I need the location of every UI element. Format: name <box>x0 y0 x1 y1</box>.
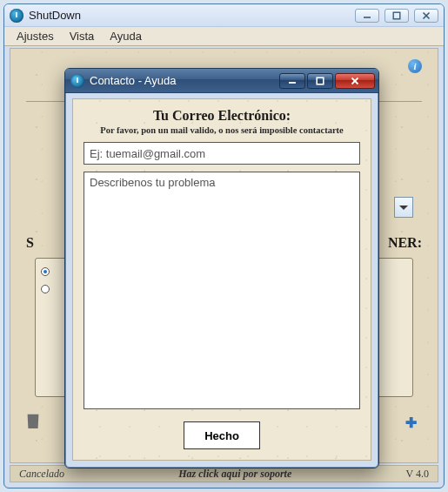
dialog-title: Contacto - Ayuda <box>90 74 177 87</box>
menu-vista[interactable]: Vista <box>63 28 102 44</box>
problem-textarea[interactable] <box>84 172 360 409</box>
main-titlebar[interactable]: ShutDown <box>4 4 444 27</box>
dialog-window-buttons <box>277 73 375 89</box>
dialog-close-button[interactable] <box>335 73 375 89</box>
dialog-minimize-button[interactable] <box>279 73 305 89</box>
dialog-titlebar[interactable]: Contacto - Ayuda <box>65 69 378 93</box>
trash-icon[interactable] <box>26 413 40 428</box>
dialog-maximize-button[interactable] <box>307 73 333 89</box>
info-icon[interactable]: i <box>408 59 422 73</box>
section-heading-left: S <box>26 236 43 250</box>
contact-dialog: Contacto - Ayuda Tu Correo Electrónico: … <box>64 68 379 468</box>
svg-rect-1 <box>393 12 400 19</box>
svg-rect-5 <box>317 78 324 84</box>
radio-option-1[interactable] <box>41 267 50 276</box>
status-version: V 4.0 <box>406 468 438 481</box>
email-field[interactable] <box>84 142 360 165</box>
radio-option-2[interactable] <box>41 285 50 293</box>
plus-icon[interactable]: ✚ <box>405 414 417 431</box>
maximize-button[interactable] <box>384 9 409 23</box>
minimize-button[interactable] <box>355 9 379 23</box>
dialog-subheading: Por favor, pon un mail valido, o nos ser… <box>84 125 360 135</box>
dropdown-toggle[interactable] <box>394 197 413 218</box>
window-buttons <box>355 9 438 23</box>
status-left: Cancelado <box>10 468 64 481</box>
menu-ajustes[interactable]: Ajustes <box>10 28 61 44</box>
app-icon <box>10 9 23 23</box>
dialog-body: Tu Correo Electrónico: Por favor, pon un… <box>72 98 371 461</box>
section-heading-right: NER: <box>388 236 422 250</box>
done-button[interactable]: Hecho <box>184 421 260 449</box>
main-title: ShutDown <box>29 9 81 22</box>
close-button[interactable] <box>414 9 438 23</box>
menu-ayuda[interactable]: Ayuda <box>103 28 149 44</box>
dialog-button-row: Hecho <box>84 421 360 449</box>
dialog-heading: Tu Correo Electrónico: <box>84 108 360 124</box>
status-support-link[interactable]: Haz click aqui por soporte <box>64 468 406 481</box>
dialog-app-icon <box>70 74 84 88</box>
menubar: Ajustes Vista Ayuda <box>4 27 444 46</box>
